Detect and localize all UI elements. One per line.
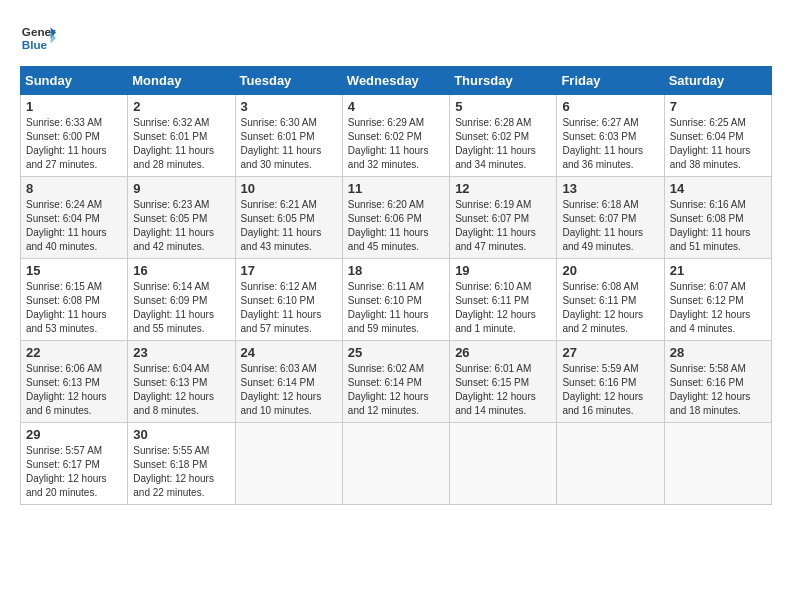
day-number: 27 <box>562 345 658 360</box>
day-number: 3 <box>241 99 337 114</box>
day-info: Sunrise: 6:14 AM Sunset: 6:09 PM Dayligh… <box>133 280 229 336</box>
day-cell: 6Sunrise: 6:27 AM Sunset: 6:03 PM Daylig… <box>557 95 664 177</box>
day-cell <box>664 423 771 505</box>
day-number: 19 <box>455 263 551 278</box>
day-cell: 1Sunrise: 6:33 AM Sunset: 6:00 PM Daylig… <box>21 95 128 177</box>
day-cell: 14Sunrise: 6:16 AM Sunset: 6:08 PM Dayli… <box>664 177 771 259</box>
day-cell: 12Sunrise: 6:19 AM Sunset: 6:07 PM Dayli… <box>450 177 557 259</box>
day-number: 8 <box>26 181 122 196</box>
day-cell: 7Sunrise: 6:25 AM Sunset: 6:04 PM Daylig… <box>664 95 771 177</box>
weekday-sunday: Sunday <box>21 67 128 95</box>
day-number: 23 <box>133 345 229 360</box>
week-row-4: 22Sunrise: 6:06 AM Sunset: 6:13 PM Dayli… <box>21 341 772 423</box>
week-row-2: 8Sunrise: 6:24 AM Sunset: 6:04 PM Daylig… <box>21 177 772 259</box>
day-info: Sunrise: 6:10 AM Sunset: 6:11 PM Dayligh… <box>455 280 551 336</box>
day-cell <box>450 423 557 505</box>
day-info: Sunrise: 5:55 AM Sunset: 6:18 PM Dayligh… <box>133 444 229 500</box>
day-number: 9 <box>133 181 229 196</box>
day-cell: 5Sunrise: 6:28 AM Sunset: 6:02 PM Daylig… <box>450 95 557 177</box>
day-number: 22 <box>26 345 122 360</box>
day-info: Sunrise: 6:01 AM Sunset: 6:15 PM Dayligh… <box>455 362 551 418</box>
day-cell: 27Sunrise: 5:59 AM Sunset: 6:16 PM Dayli… <box>557 341 664 423</box>
day-cell: 22Sunrise: 6:06 AM Sunset: 6:13 PM Dayli… <box>21 341 128 423</box>
day-number: 4 <box>348 99 444 114</box>
day-cell <box>342 423 449 505</box>
day-number: 2 <box>133 99 229 114</box>
day-info: Sunrise: 6:08 AM Sunset: 6:11 PM Dayligh… <box>562 280 658 336</box>
day-cell: 20Sunrise: 6:08 AM Sunset: 6:11 PM Dayli… <box>557 259 664 341</box>
day-number: 15 <box>26 263 122 278</box>
day-number: 16 <box>133 263 229 278</box>
day-info: Sunrise: 6:28 AM Sunset: 6:02 PM Dayligh… <box>455 116 551 172</box>
day-info: Sunrise: 6:07 AM Sunset: 6:12 PM Dayligh… <box>670 280 766 336</box>
day-cell: 13Sunrise: 6:18 AM Sunset: 6:07 PM Dayli… <box>557 177 664 259</box>
day-info: Sunrise: 6:23 AM Sunset: 6:05 PM Dayligh… <box>133 198 229 254</box>
week-row-5: 29Sunrise: 5:57 AM Sunset: 6:17 PM Dayli… <box>21 423 772 505</box>
day-cell: 4Sunrise: 6:29 AM Sunset: 6:02 PM Daylig… <box>342 95 449 177</box>
day-info: Sunrise: 6:30 AM Sunset: 6:01 PM Dayligh… <box>241 116 337 172</box>
day-cell: 17Sunrise: 6:12 AM Sunset: 6:10 PM Dayli… <box>235 259 342 341</box>
day-info: Sunrise: 6:21 AM Sunset: 6:05 PM Dayligh… <box>241 198 337 254</box>
day-info: Sunrise: 6:04 AM Sunset: 6:13 PM Dayligh… <box>133 362 229 418</box>
day-number: 21 <box>670 263 766 278</box>
day-number: 11 <box>348 181 444 196</box>
day-number: 6 <box>562 99 658 114</box>
day-number: 29 <box>26 427 122 442</box>
day-cell: 21Sunrise: 6:07 AM Sunset: 6:12 PM Dayli… <box>664 259 771 341</box>
weekday-tuesday: Tuesday <box>235 67 342 95</box>
day-number: 13 <box>562 181 658 196</box>
day-info: Sunrise: 6:03 AM Sunset: 6:14 PM Dayligh… <box>241 362 337 418</box>
day-number: 7 <box>670 99 766 114</box>
day-info: Sunrise: 6:15 AM Sunset: 6:08 PM Dayligh… <box>26 280 122 336</box>
svg-text:Blue: Blue <box>22 38 48 51</box>
day-number: 25 <box>348 345 444 360</box>
day-number: 10 <box>241 181 337 196</box>
day-cell: 30Sunrise: 5:55 AM Sunset: 6:18 PM Dayli… <box>128 423 235 505</box>
day-info: Sunrise: 6:18 AM Sunset: 6:07 PM Dayligh… <box>562 198 658 254</box>
day-info: Sunrise: 6:32 AM Sunset: 6:01 PM Dayligh… <box>133 116 229 172</box>
day-number: 14 <box>670 181 766 196</box>
day-cell: 11Sunrise: 6:20 AM Sunset: 6:06 PM Dayli… <box>342 177 449 259</box>
day-cell: 28Sunrise: 5:58 AM Sunset: 6:16 PM Dayli… <box>664 341 771 423</box>
day-cell: 8Sunrise: 6:24 AM Sunset: 6:04 PM Daylig… <box>21 177 128 259</box>
weekday-wednesday: Wednesday <box>342 67 449 95</box>
day-info: Sunrise: 6:11 AM Sunset: 6:10 PM Dayligh… <box>348 280 444 336</box>
day-number: 28 <box>670 345 766 360</box>
day-cell: 15Sunrise: 6:15 AM Sunset: 6:08 PM Dayli… <box>21 259 128 341</box>
day-cell <box>557 423 664 505</box>
day-number: 30 <box>133 427 229 442</box>
day-cell: 16Sunrise: 6:14 AM Sunset: 6:09 PM Dayli… <box>128 259 235 341</box>
day-info: Sunrise: 6:12 AM Sunset: 6:10 PM Dayligh… <box>241 280 337 336</box>
day-number: 5 <box>455 99 551 114</box>
day-info: Sunrise: 5:59 AM Sunset: 6:16 PM Dayligh… <box>562 362 658 418</box>
day-info: Sunrise: 6:24 AM Sunset: 6:04 PM Dayligh… <box>26 198 122 254</box>
calendar-table: SundayMondayTuesdayWednesdayThursdayFrid… <box>20 66 772 505</box>
day-info: Sunrise: 6:29 AM Sunset: 6:02 PM Dayligh… <box>348 116 444 172</box>
day-cell: 19Sunrise: 6:10 AM Sunset: 6:11 PM Dayli… <box>450 259 557 341</box>
day-cell <box>235 423 342 505</box>
day-number: 24 <box>241 345 337 360</box>
day-info: Sunrise: 6:19 AM Sunset: 6:07 PM Dayligh… <box>455 198 551 254</box>
day-info: Sunrise: 6:27 AM Sunset: 6:03 PM Dayligh… <box>562 116 658 172</box>
day-info: Sunrise: 6:06 AM Sunset: 6:13 PM Dayligh… <box>26 362 122 418</box>
day-info: Sunrise: 6:25 AM Sunset: 6:04 PM Dayligh… <box>670 116 766 172</box>
logo-icon: General Blue <box>20 20 56 56</box>
day-number: 17 <box>241 263 337 278</box>
weekday-thursday: Thursday <box>450 67 557 95</box>
weekday-friday: Friday <box>557 67 664 95</box>
week-row-3: 15Sunrise: 6:15 AM Sunset: 6:08 PM Dayli… <box>21 259 772 341</box>
day-info: Sunrise: 6:33 AM Sunset: 6:00 PM Dayligh… <box>26 116 122 172</box>
weekday-monday: Monday <box>128 67 235 95</box>
page-header: General Blue <box>20 20 772 56</box>
day-number: 18 <box>348 263 444 278</box>
day-cell: 3Sunrise: 6:30 AM Sunset: 6:01 PM Daylig… <box>235 95 342 177</box>
day-cell: 29Sunrise: 5:57 AM Sunset: 6:17 PM Dayli… <box>21 423 128 505</box>
day-number: 20 <box>562 263 658 278</box>
day-cell: 25Sunrise: 6:02 AM Sunset: 6:14 PM Dayli… <box>342 341 449 423</box>
day-cell: 23Sunrise: 6:04 AM Sunset: 6:13 PM Dayli… <box>128 341 235 423</box>
weekday-header-row: SundayMondayTuesdayWednesdayThursdayFrid… <box>21 67 772 95</box>
week-row-1: 1Sunrise: 6:33 AM Sunset: 6:00 PM Daylig… <box>21 95 772 177</box>
day-info: Sunrise: 5:57 AM Sunset: 6:17 PM Dayligh… <box>26 444 122 500</box>
logo: General Blue <box>20 20 56 56</box>
day-cell: 10Sunrise: 6:21 AM Sunset: 6:05 PM Dayli… <box>235 177 342 259</box>
